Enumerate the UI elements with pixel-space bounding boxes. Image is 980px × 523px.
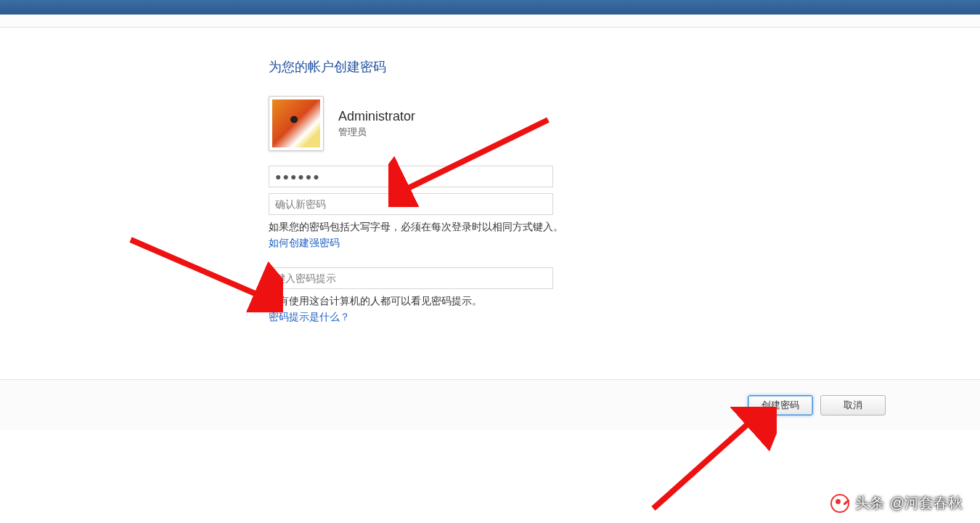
confirm-password-input[interactable]: 确认新密码 bbox=[269, 193, 553, 215]
watermark: 头条 @河套春秋 bbox=[830, 493, 963, 513]
watermark-logo-icon bbox=[830, 494, 849, 513]
user-name-label: Administrator bbox=[338, 109, 415, 124]
new-password-input[interactable]: ●●●●●● bbox=[269, 166, 553, 187]
what-is-hint-link[interactable]: 密码提示是什么？ bbox=[269, 311, 980, 324]
svg-line-5 bbox=[653, 418, 755, 508]
user-block: Administrator 管理员 bbox=[269, 96, 980, 151]
top-separator bbox=[0, 15, 980, 28]
user-role-label: 管理员 bbox=[338, 126, 415, 139]
cancel-button[interactable]: 取消 bbox=[820, 395, 886, 415]
window-titlebar bbox=[0, 0, 980, 15]
strong-password-link[interactable]: 如何创建强密码 bbox=[269, 237, 980, 250]
watermark-text: @河套春秋 bbox=[890, 493, 963, 513]
page-title: 为您的帐户创建密码 bbox=[269, 58, 980, 76]
content-area: 为您的帐户创建密码 Administrator 管理员 ●●●●●● 确认新密码… bbox=[0, 36, 980, 378]
user-avatar-frame bbox=[269, 96, 324, 151]
create-password-button[interactable]: 创建密码 bbox=[748, 395, 813, 415]
watermark-prefix: 头条 bbox=[855, 493, 884, 513]
button-bar: 创建密码 取消 bbox=[0, 379, 980, 430]
user-meta: Administrator 管理员 bbox=[338, 109, 415, 139]
hint-visibility-text: 所有使用这台计算机的人都可以看见密码提示。 bbox=[269, 295, 980, 308]
caps-warning-text: 如果您的密码包括大写字母，必须在每次登录时以相同方式键入。 bbox=[269, 221, 980, 234]
password-hint-input[interactable]: 键入密码提示 bbox=[269, 267, 553, 289]
user-avatar-icon bbox=[272, 100, 320, 147]
